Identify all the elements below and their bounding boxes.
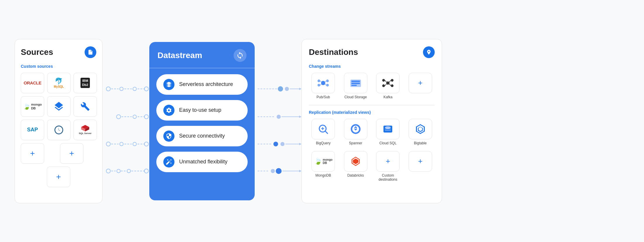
- svg-point-51: [326, 79, 329, 82]
- svg-line-67: [385, 84, 387, 85]
- source-oracle[interactable]: ORACLE: [21, 73, 44, 93]
- wrench-icon: [80, 102, 90, 111]
- pubsub-icon-box: [311, 73, 335, 93]
- sources-icon-button[interactable]: [85, 46, 96, 58]
- setup-icon-circle: [163, 105, 174, 116]
- bigtable-label: Bigtable: [414, 141, 427, 145]
- svg-marker-47: [299, 170, 302, 172]
- dest-databricks[interactable]: Databricks: [341, 151, 370, 182]
- cloudstorage-label: Cloud Storage: [344, 95, 367, 99]
- source-postgresql[interactable]: [47, 120, 71, 140]
- custom-dest-plus-icon: +: [386, 157, 390, 166]
- add-source-btn-1[interactable]: +: [21, 143, 44, 164]
- custom-dest-icon-box: +: [376, 151, 400, 172]
- svg-point-63: [382, 84, 385, 87]
- feature-flexibility[interactable]: Unmatched flexibility: [156, 152, 248, 172]
- sources-title: Sources: [21, 48, 53, 57]
- feature-serverless-label: Serverless architecture: [179, 81, 233, 87]
- custom-sources-label: Custom sources: [21, 64, 96, 69]
- datastream-icon-button[interactable]: [234, 49, 246, 62]
- svg-point-44: [271, 169, 275, 173]
- destinations-icon-button[interactable]: [423, 46, 435, 58]
- dest-add-2[interactable]: +: [406, 151, 435, 182]
- flexibility-icon-circle: [163, 156, 174, 167]
- dest-cloudsql[interactable]: Cloud SQL: [374, 119, 402, 145]
- feature-flexibility-label: Unmatched flexibility: [179, 159, 227, 165]
- right-connector-lines: [255, 62, 302, 180]
- svg-rect-59: [351, 83, 360, 84]
- svg-point-17: [120, 142, 123, 146]
- source-ibmdb2[interactable]: IBM Db2: [73, 73, 97, 93]
- change-streams-grid: Pub/Sub Cloud Storage: [309, 73, 435, 99]
- postgresql-icon: [54, 125, 64, 135]
- svg-line-66: [385, 80, 387, 82]
- bigquery-icon: [317, 123, 329, 135]
- svg-line-53: [320, 81, 322, 82]
- svg-point-35: [277, 115, 281, 119]
- svg-point-10: [117, 115, 121, 119]
- dest-mongodb[interactable]: 🍃 mongo DB MongoDB: [309, 151, 338, 182]
- dest-kafka[interactable]: Kafka: [374, 73, 402, 99]
- cloud-sql-icon: [382, 123, 394, 135]
- feature-setup[interactable]: Easy to-use setup: [156, 100, 248, 121]
- dest-pubsub[interactable]: Pub/Sub: [309, 73, 338, 99]
- feature-secure-label: Secure connectivity: [179, 133, 225, 139]
- sources-header: Sources: [21, 46, 96, 58]
- svg-point-61: [386, 81, 390, 84]
- dest-bigquery[interactable]: BigQuery: [309, 119, 338, 145]
- add-dest-2-box: +: [409, 151, 432, 172]
- mysql-logo: 🐬 MySQL: [54, 77, 64, 88]
- svg-rect-58: [351, 80, 360, 82]
- add-source-btn-2[interactable]: +: [60, 143, 83, 164]
- svg-point-7: [133, 87, 136, 91]
- svg-line-56: [325, 84, 326, 85]
- add-source-btn-3[interactable]: +: [47, 167, 70, 187]
- source-mysql[interactable]: 🐬 MySQL: [47, 73, 71, 93]
- svg-point-3: [106, 87, 110, 91]
- source-custom[interactable]: [73, 96, 97, 117]
- secure-icon-circle: [163, 131, 174, 142]
- svg-point-62: [382, 79, 385, 82]
- dest-custom[interactable]: + Custom destinations: [374, 151, 402, 182]
- pubsub-label: Pub/Sub: [316, 95, 330, 99]
- source-sap[interactable]: SAP: [21, 120, 44, 140]
- mongodb-dest-logo: 🍃 mongo DB: [314, 158, 333, 165]
- feature-serverless[interactable]: Serverless architecture: [156, 74, 248, 95]
- datastream-title: Datastream: [157, 51, 202, 60]
- dest-add-1[interactable]: +: [406, 73, 435, 99]
- dest-bigtable[interactable]: Bigtable: [406, 119, 435, 145]
- flexibility-icon: [166, 159, 172, 165]
- bigtable-icon: [415, 123, 426, 135]
- destinations-header: Destinations: [309, 46, 435, 58]
- feature-setup-label: Easy to-use setup: [179, 107, 221, 113]
- databricks-icon: [350, 156, 361, 167]
- svg-point-31: [285, 87, 289, 91]
- svg-point-75: [385, 126, 391, 128]
- destinations-panel: Destinations Change streams: [302, 39, 442, 203]
- add-dest-1-box: +: [409, 73, 432, 93]
- svg-point-50: [318, 84, 320, 86]
- svg-point-22: [106, 169, 110, 173]
- spanner-icon: [350, 123, 362, 135]
- feature-list: Serverless architecture Easy to-use setu…: [149, 74, 255, 180]
- bigtable-icon-box: [409, 119, 432, 139]
- feature-secure[interactable]: Secure connectivity: [156, 126, 248, 146]
- svg-point-49: [318, 79, 320, 82]
- svg-marker-33: [299, 88, 302, 90]
- serverless-icon: [166, 81, 172, 88]
- source-sqlserver[interactable]: SQL Server: [73, 120, 97, 140]
- svg-point-39: [273, 142, 278, 146]
- custom-dest-grid: 🍃 mongo DB MongoDB Dat: [309, 151, 435, 182]
- section-divider: [309, 105, 435, 105]
- oracle-logo: ORACLE: [24, 80, 41, 85]
- svg-line-55: [325, 81, 326, 82]
- dest-cloudstorage[interactable]: Cloud Storage: [341, 73, 370, 99]
- source-datastream-layers[interactable]: [47, 96, 71, 117]
- cloudstorage-icon-box: [344, 73, 367, 93]
- pubsub-icon: [317, 77, 330, 89]
- dest-spanner[interactable]: Spanner: [341, 119, 370, 145]
- add-dest-1-icon: +: [418, 78, 422, 87]
- datastream-header: Datastream: [149, 42, 255, 68]
- sources-panel: Sources Custom sources ORACLE 🐬 MySQL: [15, 39, 102, 203]
- source-mongodb[interactable]: 🍃 mongo DB: [21, 96, 44, 117]
